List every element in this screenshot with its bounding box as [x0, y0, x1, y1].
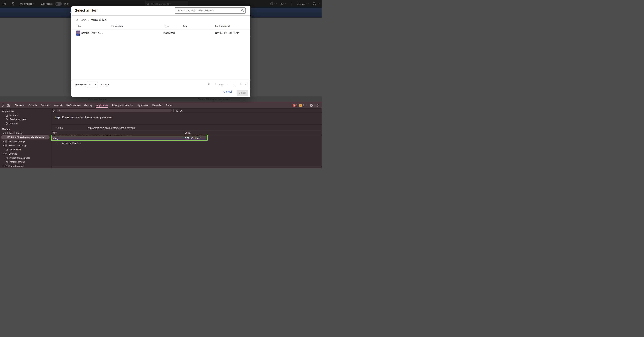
chevron-down-icon: [318, 3, 320, 5]
tab-privacy-security[interactable]: Privacy and security: [110, 103, 135, 108]
issues-indicator[interactable]: ! 1: [299, 104, 304, 107]
about-link[interactable]: About HCL Digital Experience: [198, 98, 230, 100]
asset-title: sample_640×426....: [82, 32, 103, 34]
application-sidebar: Application Manifest Service workers Sto…: [0, 108, 51, 169]
cancel-button[interactable]: Cancel: [223, 90, 232, 93]
home-menu[interactable]: [281, 2, 287, 6]
collapsed-arrow-icon[interactable]: [3, 141, 4, 142]
page-total: / 1: [233, 83, 236, 86]
sidebar-item-manifest[interactable]: Manifest: [0, 113, 51, 117]
project-selector[interactable]: Project: [20, 3, 34, 6]
storage-row-debug[interactable]: debug DEBUG:client:*: [51, 136, 208, 140]
kebab-menu-icon[interactable]: [292, 3, 292, 6]
filter-funnel-icon: [58, 110, 60, 112]
language-menu[interactable]: 文A EN: [297, 2, 308, 6]
close-devtools-icon[interactable]: [317, 104, 320, 107]
value-column-header[interactable]: Value: [185, 132, 190, 134]
breadcrumb-current: sample (1 item): [91, 19, 108, 21]
asset-search[interactable]: [175, 8, 246, 14]
tab-performance[interactable]: Performance: [64, 103, 82, 108]
edit-mode-label: Edit Mode:: [41, 3, 52, 5]
chevron-down-icon: [306, 3, 308, 5]
tab-lighthouse[interactable]: Lighthouse: [134, 103, 150, 108]
tab-sources[interactable]: Sources: [39, 103, 52, 108]
expand-panel-icon[interactable]: [2, 2, 6, 6]
col-header-title[interactable]: Title: [76, 25, 81, 28]
preview-divider[interactable]: [51, 166, 322, 166]
tab-elements[interactable]: Elements: [12, 103, 26, 108]
key-column-header[interactable]: Key: [51, 132, 185, 134]
expanded-arrow-icon[interactable]: [3, 133, 4, 134]
edit-mode-toggle[interactable]: [55, 2, 62, 6]
tab-redux[interactable]: Redux: [164, 103, 175, 108]
next-page-button[interactable]: [239, 83, 242, 86]
sidebar-item-interest-groups[interactable]: Interest groups: [0, 160, 51, 164]
clear-all-icon[interactable]: [176, 109, 178, 112]
collapsed-arrow-icon[interactable]: [3, 165, 4, 167]
origin-value: https://halo-halo-scaled-latest.team-q-d…: [88, 127, 135, 129]
hcl-dx-logo[interactable]: [11, 2, 14, 6]
pages-icon: [270, 2, 273, 6]
sidebar-item-indexeddb[interactable]: IndexedDB: [0, 148, 51, 152]
sidebar-item-service-workers[interactable]: Service workers: [0, 117, 51, 122]
asset-search-input[interactable]: [177, 9, 241, 12]
sidebar-item-private-state-tokens[interactable]: Private state tokens: [0, 156, 51, 160]
col-header-last-modified[interactable]: Last Modified: [215, 25, 230, 28]
first-page-button[interactable]: [208, 83, 210, 86]
col-header-tags[interactable]: Tags: [183, 25, 188, 28]
kebab-menu-icon[interactable]: [314, 104, 315, 107]
tab-network[interactable]: Network: [52, 103, 64, 108]
breadcrumb: Home sample (1 item): [75, 18, 108, 22]
storage-origin-heading: https://halo-halo-scaled-latest.team-q-d…: [55, 116, 112, 119]
collapsed-arrow-icon[interactable]: [3, 145, 4, 146]
breadcrumb-home[interactable]: Home: [80, 19, 86, 21]
prev-page-button[interactable]: [214, 83, 217, 86]
inspect-element-icon[interactable]: [2, 104, 5, 107]
home-icon[interactable]: [75, 19, 78, 21]
delete-selected-icon[interactable]: [180, 110, 182, 112]
help-support-link[interactable]: Help and Support: [88, 98, 107, 100]
device-toolbar-icon[interactable]: [6, 104, 10, 107]
sidebar-section-storage: Storage: [0, 127, 51, 131]
sidebar-item-local-storage[interactable]: Local storage: [0, 131, 51, 135]
content-menu[interactable]: [270, 2, 276, 6]
refresh-icon[interactable]: [52, 109, 55, 112]
page-number-input[interactable]: [225, 82, 231, 87]
issue-count: 1: [302, 104, 304, 107]
sidebar-item-label: Private state tokens: [9, 157, 30, 159]
console-errors-indicator[interactable]: 1: [293, 104, 298, 107]
sidebar-item-storage[interactable]: Storage: [0, 122, 51, 126]
filter-input[interactable]: [61, 109, 170, 112]
database-icon: [6, 161, 8, 163]
storage-toolbar: [51, 108, 322, 113]
project-label: Project: [24, 3, 32, 5]
global-search-input[interactable]: [150, 3, 189, 6]
tab-application[interactable]: Application: [94, 103, 110, 108]
tab-recorder[interactable]: Recorder: [150, 103, 164, 108]
select-button[interactable]: Select: [236, 90, 248, 96]
gears-icon: [6, 118, 8, 121]
rows-per-page-select[interactable]: 25: [87, 82, 98, 87]
table-row[interactable]: sample_640×426.... image/jpeg Nov 6, 202…: [72, 29, 250, 37]
clipped-row[interactable]: [51, 135, 208, 136]
sidebar-item-session-storage[interactable]: Session storage: [0, 139, 51, 144]
sidebar-item-label: https://halo-halo-scaled-latest.te…: [11, 136, 46, 139]
line-number: 1: [55, 142, 58, 145]
col-header-description[interactable]: Description: [111, 25, 123, 28]
sidebar-item-shared-storage[interactable]: Shared storage: [0, 164, 51, 168]
sidebar-item-label: Cookies: [8, 152, 17, 155]
collapsed-arrow-icon[interactable]: [3, 153, 4, 155]
tab-memory[interactable]: Memory: [82, 103, 94, 108]
sidebar-item-cookies[interactable]: Cookies: [0, 152, 51, 156]
filter-box[interactable]: [57, 109, 172, 112]
tab-console[interactable]: Console: [26, 103, 39, 108]
last-page-button[interactable]: [244, 83, 247, 86]
account-menu[interactable]: [313, 2, 319, 6]
settings-gear-icon[interactable]: [310, 104, 313, 107]
sidebar-item-label: Local storage: [9, 132, 23, 135]
col-header-type[interactable]: Type: [164, 25, 169, 28]
sidebar-item-extension-storage[interactable]: Extension storage: [0, 144, 51, 148]
sidebar-item-local-storage-origin[interactable]: https://halo-halo-scaled-latest.te…: [1, 135, 50, 139]
home-icon: [281, 2, 284, 6]
divider: [11, 104, 11, 107]
